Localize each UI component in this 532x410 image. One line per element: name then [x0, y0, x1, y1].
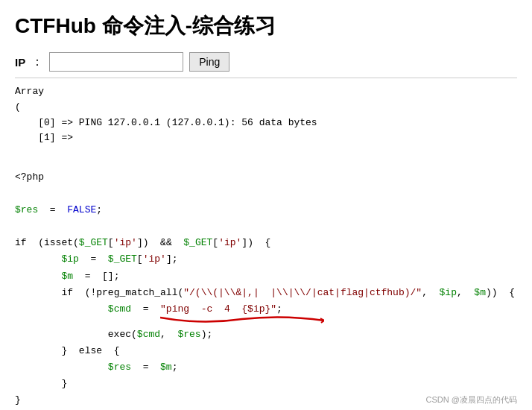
ip-label: IP	[15, 56, 25, 69]
code-line-exec: exec($cmd, $res);	[15, 327, 517, 343]
code-line-preg: if (!preg_match_all("/(\\(|\\&|,| |\\|\\…	[15, 285, 517, 301]
ip-colon: ：	[31, 54, 43, 70]
ping-output: Array ( [0] => PING 127.0.0.1 (127.0.0.1…	[15, 84, 517, 162]
output-line-1: Array	[15, 84, 517, 100]
code-line-m: $m = [];	[15, 268, 517, 285]
code-line-cmd: $cmd = "ping -c 4 {$ip}";	[15, 301, 517, 318]
code-line-blank1	[15, 186, 517, 202]
ip-input[interactable]	[49, 52, 183, 72]
code-line-res: $res = FALSE;	[15, 202, 517, 218]
output-line-5	[15, 146, 517, 162]
output-line-4: [1] =>	[15, 130, 517, 146]
code-line-ip: $ip = $_GET['ip'];	[15, 251, 517, 268]
watermark: CSDN @凌晨四点的代码	[426, 394, 517, 406]
code-line-else: } else {	[15, 343, 517, 359]
code-line-1: <?php	[15, 169, 517, 186]
ping-button[interactable]: Ping	[189, 52, 229, 72]
code-block: <?php $res = FALSE; if (isset($_GET['ip'…	[15, 169, 517, 409]
page-title: CTFHub 命令注入-综合练习	[15, 12, 517, 40]
code-line-blank2	[15, 218, 517, 235]
code-section: <?php $res = FALSE; if (isset($_GET['ip'…	[15, 169, 517, 409]
output-line-2: (	[15, 100, 517, 116]
output-line-3: [0] => PING 127.0.0.1 (127.0.0.1): 56 da…	[15, 116, 517, 131]
code-line-close1: }	[15, 376, 517, 392]
divider	[15, 78, 517, 78]
code-line-res2: $res = $m;	[15, 359, 517, 376]
code-line-if: if (isset($_GET['ip']) && $_GET['ip']) {	[15, 235, 517, 251]
